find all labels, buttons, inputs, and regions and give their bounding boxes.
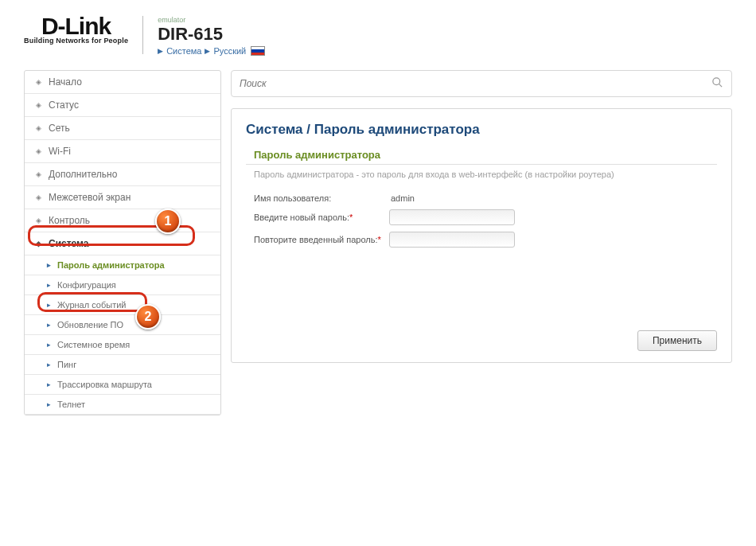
section-title: Пароль администратора (246, 149, 717, 161)
page-title: Система / Пароль администратора (246, 122, 717, 138)
nav-label: Межсетевой экран (49, 192, 131, 203)
newpass-label: Введите новый пароль:* (254, 213, 389, 222)
chevron-right-icon: ▸ (47, 341, 51, 349)
repeat-password-input[interactable] (389, 232, 515, 248)
search-icon[interactable] (711, 76, 723, 91)
sub-admin-password[interactable]: ▸Пароль администратора (25, 255, 220, 275)
crumb-arrow-icon: ▶ (205, 47, 210, 55)
username-label: Имя пользователя: (254, 193, 389, 203)
nav-label: Wi-Fi (49, 146, 71, 157)
repeatpass-label: Повторите введенный пароль:* (254, 235, 389, 244)
chevron-right-icon: ▸ (47, 321, 51, 329)
model-name: DIR-615 (158, 24, 265, 45)
sub-label: Телнет (57, 400, 85, 409)
crumb-language[interactable]: Русский (213, 46, 246, 56)
header-crumbs: ▶ Система ▶ Русский (158, 46, 265, 56)
sub-label: Обновление ПО (57, 320, 123, 330)
nav-label: Дополнительно (49, 169, 117, 180)
sub-traceroute[interactable]: ▸Трассировка маршрута (25, 375, 220, 395)
chevron-right-icon: ▸ (47, 400, 51, 408)
main: Система / Пароль администратора Пароль а… (231, 70, 732, 415)
sub-label: Пинг (57, 360, 76, 369)
sub-firmware-update[interactable]: ▸Обновление ПО (25, 315, 220, 335)
new-password-input[interactable] (389, 209, 515, 225)
content-panel: Система / Пароль администратора Пароль а… (231, 108, 732, 363)
chevron-down-icon: ◆ (34, 240, 42, 248)
crumb-system[interactable]: Система (166, 46, 201, 56)
nav-system[interactable]: ◆Система (25, 232, 220, 255)
sub-config[interactable]: ▸Конфигурация (25, 275, 220, 295)
section-description: Пароль администратора - это пароль для в… (246, 164, 717, 187)
nav-label: Сеть (49, 123, 70, 134)
header-divider (142, 16, 143, 54)
nav-firewall[interactable]: ◈Межсетевой экран (25, 186, 220, 209)
nav-label: Контроль (49, 215, 90, 226)
chevron-right-icon: ▸ (47, 380, 51, 388)
sub-label: Трассировка маршрута (57, 380, 152, 389)
chevron-right-icon: ◈ (34, 193, 42, 201)
logo-text: D-Link (41, 16, 111, 37)
svg-point-0 (713, 78, 720, 85)
chevron-right-icon: ▸ (47, 281, 51, 289)
nav-advanced[interactable]: ◈Дополнительно (25, 163, 220, 186)
row-new-password: Введите новый пароль:* (246, 206, 717, 228)
search-input[interactable] (240, 78, 711, 89)
emulator-label: emulator (158, 16, 265, 24)
header: D-Link Building Networks for People emul… (24, 16, 732, 56)
sub-eventlog[interactable]: ▸Журнал событий (25, 295, 220, 315)
username-value: admin (389, 193, 415, 203)
chevron-right-icon: ▸ (47, 301, 51, 309)
nav-start[interactable]: ◈Начало (25, 71, 220, 94)
chevron-right-icon: ◈ (34, 147, 42, 155)
chevron-right-icon: ▸ (47, 361, 51, 369)
nav-wifi[interactable]: ◈Wi-Fi (25, 140, 220, 163)
svg-line-1 (719, 84, 722, 87)
sub-telnet[interactable]: ▸Телнет (25, 395, 220, 415)
sidebar: ◈Начало ◈Статус ◈Сеть ◈Wi-Fi ◈Дополнител… (24, 70, 221, 415)
actions: Применить (246, 330, 717, 351)
nav-label: Начало (49, 76, 82, 88)
nav-status[interactable]: ◈Статус (25, 94, 220, 117)
chevron-right-icon: ◈ (34, 78, 42, 86)
chevron-right-icon: ◈ (34, 124, 42, 132)
nav-network[interactable]: ◈Сеть (25, 117, 220, 140)
sub-label: Конфигурация (57, 280, 116, 290)
row-username: Имя пользователя: admin (246, 190, 717, 206)
chevron-right-icon: ◈ (34, 216, 42, 224)
chevron-right-icon: ◈ (34, 101, 42, 109)
sub-label: Системное время (57, 340, 130, 349)
apply-button[interactable]: Применить (637, 330, 717, 351)
sub-label: Пароль администратора (57, 260, 165, 270)
nav-label: Система (49, 238, 89, 249)
chevron-right-icon: ◈ (34, 170, 42, 178)
sub-system-time[interactable]: ▸Системное время (25, 335, 220, 355)
nav-label: Статус (49, 99, 79, 111)
crumb-arrow-icon: ▶ (158, 47, 163, 55)
nav-control[interactable]: ◈Контроль (25, 209, 220, 232)
logo-block: D-Link Building Networks for People (24, 16, 128, 45)
flag-russia-icon[interactable] (251, 46, 265, 56)
logo-subtitle: Building Networks for People (24, 37, 128, 45)
row-repeat-password: Повторите введенный пароль:* (246, 228, 717, 251)
sub-ping[interactable]: ▸Пинг (25, 355, 220, 375)
sub-label: Журнал событий (57, 300, 126, 310)
model-block: emulator DIR-615 ▶ Система ▶ Русский (158, 16, 265, 56)
chevron-right-icon: ▸ (47, 261, 51, 269)
search-bar (231, 70, 732, 97)
